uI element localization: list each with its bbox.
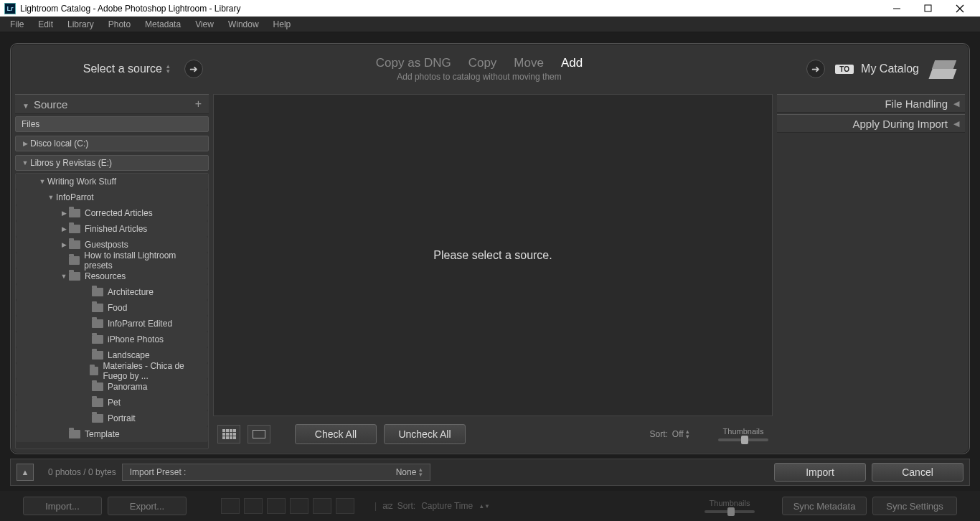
folder-row[interactable]: ▶Finished Articles: [16, 221, 208, 237]
drive-e[interactable]: ▼ Libros y Revistas (E:): [15, 155, 209, 171]
import-dialog: Select a source ▴▾ ➜ Copy as DNG Copy Mo…: [10, 43, 970, 454]
disclosure-triangle-icon[interactable]: ▼: [59, 273, 69, 280]
folder-row[interactable]: ▶Corrected Articles: [16, 205, 208, 221]
add-source-icon[interactable]: +: [195, 98, 202, 111]
import-preset-dropdown[interactable]: Import Preset : None ▴▾: [122, 464, 430, 481]
thumbnail-size-slider[interactable]: [718, 438, 768, 441]
apply-during-import-panel[interactable]: Apply During Import◀: [777, 114, 965, 133]
folder-row[interactable]: Portrait: [16, 410, 208, 426]
menu-metadata[interactable]: Metadata: [138, 19, 188, 29]
uncheck-all-button[interactable]: Uncheck All: [384, 424, 466, 444]
folder-icon: [92, 304, 103, 312]
folder-icon: [92, 398, 103, 407]
app-icon: Lr: [4, 3, 16, 14]
folder-label: How to install Lightroom presets: [84, 250, 204, 271]
bg-loupe-view-icon[interactable]: [244, 498, 263, 514]
folder-icon: [69, 430, 80, 438]
folder-icon: [92, 414, 103, 423]
sort-label: Sort:: [650, 429, 668, 439]
bg-import-button[interactable]: Import...: [23, 497, 102, 515]
expand-collapse-button[interactable]: ▲: [17, 464, 34, 481]
folder-row[interactable]: Food: [16, 300, 208, 316]
folder-row[interactable]: Materiales - Chica de Fuego by ...: [16, 363, 208, 379]
bg-painter-icon[interactable]: [336, 498, 354, 514]
folder-icon: [69, 209, 80, 217]
files-tab[interactable]: Files: [15, 116, 209, 132]
maximize-button[interactable]: [913, 0, 944, 17]
disclosure-triangle-icon[interactable]: ▼: [37, 178, 47, 185]
drive-c[interactable]: ▶ Disco local (C:): [15, 136, 209, 151]
mode-copy[interactable]: Copy: [468, 56, 497, 70]
preview-toolbar: Check All Uncheck All Sort: Off ▴▾ Thumb…: [213, 419, 773, 449]
destination-button[interactable]: TO My Catalog: [835, 62, 919, 75]
disclosure-triangle-icon[interactable]: ▶: [59, 241, 69, 248]
folder-tree: ▼Writing Work Stuff▼InfoParrot▶Corrected…: [15, 173, 209, 449]
folder-icon: [92, 351, 103, 360]
file-handling-panel[interactable]: File Handling◀: [777, 94, 965, 113]
sync-metadata-button[interactable]: Sync Metadata: [782, 497, 867, 515]
folder-label: InfoParrot: [56, 192, 94, 202]
bg-thumbnail-slider[interactable]: [705, 510, 755, 513]
folder-row[interactable]: ▼Writing Work Stuff: [16, 174, 208, 189]
library-bottom-bar: Import... Export... | a↕z Sort: Capture …: [0, 491, 980, 521]
import-status: 0 photos / 0 bytes: [48, 467, 116, 477]
sort-dropdown[interactable]: Off ▴▾: [672, 429, 689, 440]
thumbnails-label: Thumbnails: [723, 427, 764, 436]
folder-label: Materiales - Chica de Fuego by ...: [103, 361, 204, 381]
check-all-button[interactable]: Check All: [295, 424, 377, 444]
import-header: Select a source ▴▾ ➜ Copy as DNG Copy Mo…: [11, 44, 969, 94]
menu-view[interactable]: View: [188, 19, 221, 29]
bg-sort-label: Sort:: [397, 501, 415, 511]
menu-photo[interactable]: Photo: [101, 19, 138, 29]
mode-add[interactable]: Add: [561, 56, 583, 70]
minimize-button[interactable]: [881, 0, 913, 17]
folder-row[interactable]: InfoParrot Edited: [16, 316, 208, 332]
source-panel-header[interactable]: ▼Source +: [15, 94, 209, 114]
menu-help[interactable]: Help: [266, 19, 298, 29]
bg-people-view-icon[interactable]: [313, 498, 331, 514]
menu-file[interactable]: File: [3, 19, 31, 29]
mode-copy-dng[interactable]: Copy as DNG: [376, 56, 451, 70]
folder-label: Landscape: [108, 350, 150, 360]
import-button[interactable]: Import: [774, 463, 866, 482]
grid-view-button[interactable]: [217, 425, 240, 443]
menu-library[interactable]: Library: [60, 19, 101, 29]
folder-row[interactable]: ▼InfoParrot: [16, 189, 208, 205]
folder-icon: [69, 256, 80, 265]
folder-icon: [92, 319, 103, 328]
select-source-button[interactable]: Select a source ▴▾: [83, 62, 170, 75]
sync-settings-button[interactable]: Sync Settings: [872, 497, 957, 515]
disclosure-triangle-icon[interactable]: ▶: [59, 210, 69, 217]
folder-row[interactable]: Architecture: [16, 284, 208, 300]
mode-description: Add photos to catalog without moving the…: [397, 72, 561, 82]
folder-row[interactable]: Panorama: [16, 379, 208, 395]
bg-export-button[interactable]: Export...: [108, 497, 187, 515]
folder-label: iPhone Photos: [108, 334, 164, 344]
folder-row[interactable]: Template: [16, 426, 208, 442]
bg-compare-view-icon[interactable]: [267, 498, 286, 514]
bg-sort-icon[interactable]: a↕z: [382, 501, 392, 511]
menu-bar: File Edit Library Photo Metadata View Wi…: [0, 17, 980, 32]
folder-label: Portrait: [108, 413, 136, 423]
source-forward-icon[interactable]: ➜: [184, 60, 203, 78]
disclosure-triangle-icon[interactable]: ▶: [59, 225, 69, 233]
bg-survey-view-icon[interactable]: [290, 498, 308, 514]
window-title: Lightroom Catalog - Adobe Photoshop Ligh…: [20, 4, 241, 14]
folder-row[interactable]: How to install Lightroom presets: [16, 253, 208, 268]
folder-row[interactable]: ▼Resources: [16, 268, 208, 284]
bg-grid-view-icon[interactable]: [221, 498, 240, 514]
bg-sort-value[interactable]: Capture Time: [421, 501, 473, 511]
folder-row[interactable]: Pet: [16, 395, 208, 410]
cancel-button[interactable]: Cancel: [872, 463, 963, 482]
mode-move[interactable]: Move: [514, 56, 544, 70]
menu-edit[interactable]: Edit: [31, 19, 60, 29]
loupe-view-button[interactable]: [248, 425, 270, 443]
dest-forward-icon[interactable]: ➜: [806, 60, 825, 78]
folder-icon: [90, 367, 98, 375]
folder-row[interactable]: iPhone Photos: [16, 332, 208, 347]
close-button[interactable]: [944, 0, 976, 17]
disclosure-triangle-icon[interactable]: ▼: [46, 194, 56, 201]
folder-label: Corrected Articles: [85, 208, 153, 218]
folder-icon: [92, 288, 103, 296]
menu-window[interactable]: Window: [221, 19, 266, 29]
